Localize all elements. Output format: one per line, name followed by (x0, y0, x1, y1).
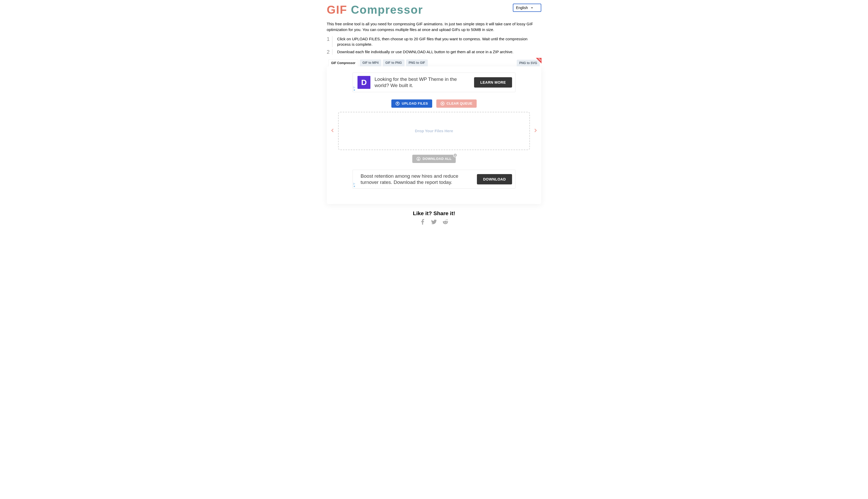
tab-gif-to-png[interactable]: GIF to PNG (383, 59, 405, 66)
logo-part-gif: GIF (327, 3, 347, 16)
main-panel: ▷ ✕ D Looking for the best WP Theme in t… (327, 66, 541, 204)
tab-label: PNG to SVG (519, 61, 537, 65)
file-dropzone[interactable]: Drop Your Files Here (338, 112, 530, 150)
step-text: Click on UPLOAD FILES, then choose up to… (337, 36, 541, 47)
tab-gif-to-mp4[interactable]: GIF to MP4 (360, 59, 381, 66)
ad-cta-button[interactable]: DOWNLOAD (477, 174, 512, 184)
adchoices-icon[interactable]: ▷ (353, 86, 355, 88)
adchoices-icon[interactable]: ▷ (353, 182, 355, 185)
download-all-button[interactable]: DOWNLOAD ALL 0 (412, 155, 456, 163)
step-item: 1 Click on UPLOAD FILES, then choose up … (327, 36, 541, 47)
download-count-badge: 0 (453, 153, 457, 157)
chevron-down-icon (531, 6, 534, 9)
ad-cta-button[interactable]: LEARN MORE (474, 77, 512, 87)
logo-part-compressor: Compressor (347, 3, 423, 16)
clear-label: CLEAR QUEUE (447, 101, 473, 105)
step-text: Download each file individually or use D… (337, 49, 513, 55)
clear-queue-button[interactable]: CLEAR QUEUE (436, 99, 477, 108)
language-selector[interactable]: English (513, 4, 541, 12)
social-share-row (327, 219, 541, 225)
upload-files-button[interactable]: UPLOAD FILES (391, 99, 432, 108)
ad-text: Boost retention among new hires and redu… (360, 173, 473, 185)
ad-top[interactable]: ▷ ✕ D Looking for the best WP Theme in t… (353, 73, 515, 92)
step-number: 1 (327, 36, 332, 47)
reddit-icon[interactable] (442, 219, 449, 225)
ad-info-icons[interactable]: ▷ ✕ (353, 183, 355, 188)
language-selected: English (516, 6, 528, 10)
ad-bottom[interactable]: ▷ ✕ Boost retention among new hires and … (353, 170, 515, 189)
steps-list: 1 Click on UPLOAD FILES, then choose up … (327, 36, 541, 55)
step-item: 2 Download each file individually or use… (327, 49, 541, 55)
ad-close-icon[interactable]: ✕ (353, 89, 355, 92)
tab-png-to-svg[interactable]: PNG to SVG NEW (517, 60, 540, 66)
ad-text: Looking for the best WP Theme in the wor… (374, 76, 470, 88)
chevron-right-icon (533, 127, 538, 134)
ad-close-icon[interactable]: ✕ (353, 185, 355, 188)
upload-icon (395, 101, 400, 106)
twitter-icon[interactable] (431, 219, 437, 225)
facebook-icon[interactable] (419, 219, 426, 225)
upload-label: UPLOAD FILES (402, 101, 428, 105)
chevron-left-icon (330, 127, 335, 134)
tab-png-to-gif[interactable]: PNG to GIF (406, 59, 428, 66)
tab-gif-compressor[interactable]: GIF Compressor (328, 59, 358, 66)
step-number: 2 (327, 49, 332, 55)
download-all-label: DOWNLOAD ALL (423, 157, 452, 161)
site-logo: GIF Compressor (327, 4, 423, 16)
intro-text: This free online tool is all you need fo… (327, 21, 541, 33)
new-badge: NEW (536, 58, 542, 63)
carousel-prev-button[interactable] (330, 125, 335, 136)
share-heading: Like it? Share it! (327, 210, 541, 217)
ad-info-icons[interactable]: ▷ ✕ (353, 86, 355, 92)
dropzone-placeholder: Drop Your Files Here (415, 129, 453, 133)
download-icon (416, 157, 420, 161)
carousel-next-button[interactable] (533, 125, 538, 136)
ad-logo: D (357, 76, 370, 89)
clear-icon (440, 101, 444, 106)
